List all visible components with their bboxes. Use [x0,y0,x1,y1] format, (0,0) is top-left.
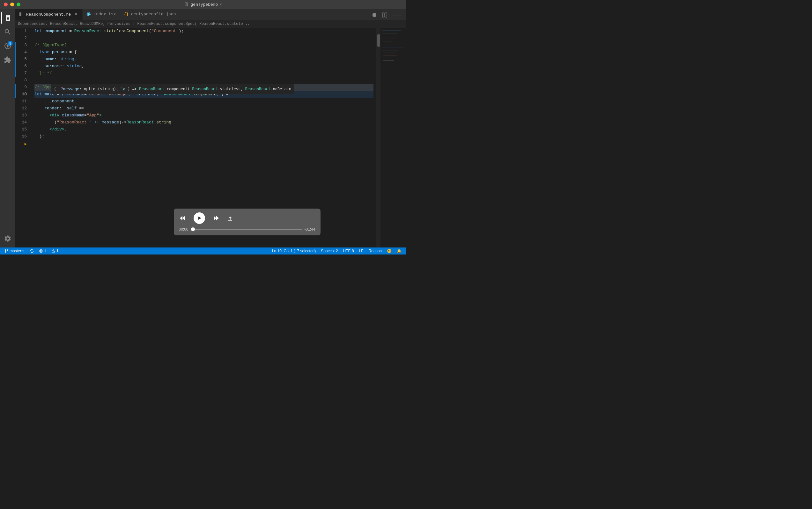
gutter-line-11: 11 [15,98,27,105]
svg-rect-17 [383,41,393,41]
code-line-5: name: string, [34,56,373,63]
scrollbar-vertical[interactable] [376,28,380,247]
gutter-line-7: 7 [15,70,27,77]
status-language-text: Reason [369,249,382,253]
media-top-row [179,212,315,227]
svg-marker-26 [180,216,182,220]
change-indicator [15,84,16,91]
editor-area: ReasonComponent.re × index.tsx {} gentyp… [15,9,406,247]
json-icon: {} [124,12,129,16]
files-icon [4,14,12,22]
warning-count: 1 [57,249,59,253]
scrollbar-thumb[interactable] [377,34,380,47]
share-button[interactable] [227,216,233,224]
code-line-11: ...component, [34,98,373,105]
time-current: 00:00 [179,227,189,232]
reason-file-icon [19,12,24,16]
status-language[interactable]: Reason [367,249,384,253]
tab-tsx[interactable]: index.tsx [82,9,120,20]
bell-icon: 🔔 [397,249,402,253]
sync-icon [30,249,34,253]
media-timeline[interactable]: 00:00 -01:44 [179,227,315,232]
code-line-13: <div className="App"> [34,112,373,119]
svg-rect-16 [383,39,397,39]
code-line-4: type person = { [34,49,373,56]
svg-point-7 [88,14,89,15]
svg-rect-11 [382,13,384,17]
collapse-arrow[interactable]: ▶ [25,141,27,148]
code-line-12: render: _self => [34,105,373,112]
git-branch-label: master*+ [9,249,25,253]
time-total: -01:44 [304,227,315,232]
info-bar: Dependencies: ReasonReact, ReactDOMRe, P… [15,20,406,28]
gutter-line-8: 8 [15,77,27,84]
gutter-line-2: 2 [15,35,27,42]
change-indicator [15,70,16,77]
react-file-icon [87,12,91,16]
tabs-bar: ReasonComponent.re × index.tsx {} gentyp… [15,9,406,20]
tab-json[interactable]: {} gentypeconfig.json [120,9,180,20]
fast-forward-button[interactable] [213,215,220,222]
tab-reason-close[interactable]: × [73,12,78,17]
code-line-15: </div>, [34,126,373,133]
traffic-lights[interactable] [4,3,21,6]
window-title-text: genTypeDemo [191,2,218,7]
sidebar-item-git[interactable]: 8 [1,39,14,52]
error-count: 1 [44,249,46,253]
status-sync[interactable] [28,249,36,253]
gutter-line-1: 1 [15,28,27,35]
code-line-16: }; [34,133,373,140]
sidebar-item-files[interactable] [1,11,14,24]
status-git-branch[interactable]: master*+ [3,249,27,253]
status-spaces[interactable]: Spaces: 2 [319,249,340,253]
timeline-thumb[interactable] [191,227,195,231]
status-encoding-text: UTF-8 [343,249,354,253]
timeline-bar[interactable] [191,229,302,230]
code-line-1: let component = ReasonReact.statelessCom… [34,28,373,35]
rewind-button[interactable] [179,215,186,222]
status-position-text: Ln 10, Col 1 (17 selected) [272,249,316,253]
gutter-line-6: 6 [15,63,27,70]
app-layout: 8 ReasonComponent.re × [0,9,406,247]
git-badge: 8 [8,41,13,46]
svg-rect-21 [383,53,396,53]
code-line-6: surname: string, [34,63,373,70]
tabs-actions[interactable]: ··· [370,12,406,20]
smiley-icon: 😊 [387,249,392,253]
status-bell[interactable]: 🔔 [395,249,403,253]
window-title-arrow: ∨ [220,3,222,6]
status-encoding[interactable]: UTF-8 [341,249,356,253]
tab-json-label: gentypeconfig.json [131,12,176,16]
status-smiley[interactable]: 😊 [385,249,394,253]
maximize-button[interactable] [16,3,21,6]
svg-point-31 [5,250,6,251]
status-position[interactable]: Ln 10, Col 1 (17 selected) [270,249,318,253]
media-controls[interactable] [179,212,220,224]
more-actions-icon[interactable]: ··· [391,12,403,20]
tab-reason[interactable]: ReasonComponent.re × [15,9,82,20]
gutter-line-15: 15 [15,126,27,133]
status-line-ending[interactable]: LF [357,249,366,253]
line-numbers: 1 2 3 4 5 6 7 8 9 [15,28,32,247]
svg-marker-30 [216,216,219,220]
sidebar-item-search[interactable] [1,26,14,38]
svg-rect-14 [382,33,398,34]
svg-point-32 [5,251,6,252]
status-errors[interactable]: 1 [37,249,48,253]
code-line-14: ("ReasonReact " ++ message)->ReasonReact… [34,119,373,126]
sidebar-item-settings[interactable] [1,232,14,245]
split-editor-icon[interactable] [380,12,389,20]
tab-tsx-label: index.tsx [94,12,116,16]
extensions-icon [4,56,11,64]
code-line-9: /* [@genType] */ [34,84,373,91]
svg-rect-23 [383,58,401,58]
notifications-icon[interactable] [370,12,379,20]
svg-rect-22 [383,55,397,56]
close-button[interactable] [4,3,8,6]
svg-rect-6 [22,12,22,16]
status-warnings[interactable]: 1 [49,249,61,253]
gutter-line-5: 5 [15,56,27,63]
play-button[interactable] [194,212,205,224]
minimize-button[interactable] [10,3,14,6]
sidebar-item-extensions[interactable] [1,54,14,66]
